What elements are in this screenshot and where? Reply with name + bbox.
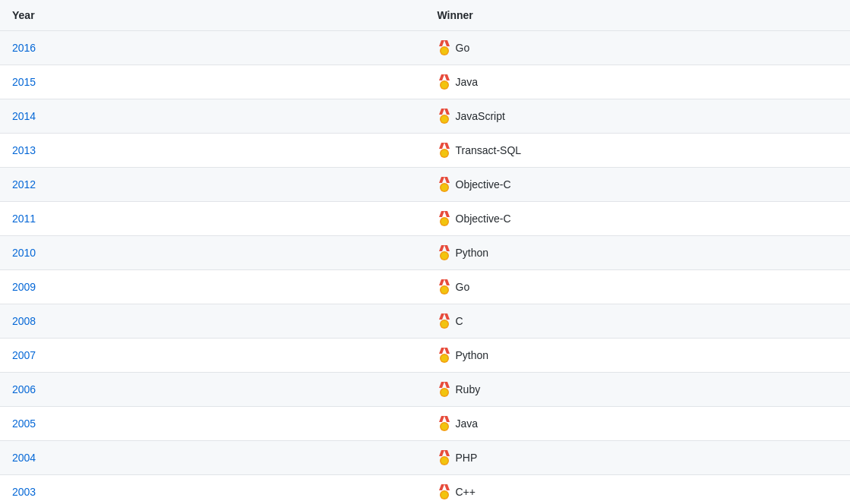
svg-point-27 — [441, 253, 447, 260]
medal-svg — [438, 245, 451, 260]
svg-marker-45 — [444, 416, 450, 422]
medal-icon — [438, 40, 451, 55]
medal-icon — [438, 74, 451, 90]
svg-marker-29 — [444, 279, 450, 285]
year-cell: 2014 — [0, 99, 425, 134]
year-cell: 2007 — [0, 339, 425, 373]
table-row: 2004 PHP — [0, 441, 850, 475]
year-cell: 2009 — [0, 270, 425, 304]
svg-point-3 — [441, 48, 447, 55]
table-header-row: Year Winner — [0, 0, 850, 31]
svg-marker-4 — [439, 74, 444, 80]
winner-cell: Java — [425, 407, 851, 441]
medal-svg — [438, 40, 451, 55]
winner-cell: Ruby — [425, 373, 851, 407]
svg-point-39 — [441, 355, 447, 362]
year-cell: 2010 — [0, 236, 425, 270]
svg-marker-0 — [439, 40, 444, 46]
svg-marker-25 — [444, 245, 450, 251]
svg-marker-12 — [439, 143, 444, 149]
year-cell: 2016 — [0, 31, 425, 65]
svg-point-23 — [441, 219, 447, 225]
year-cell: 2012 — [0, 168, 425, 202]
svg-marker-17 — [444, 177, 450, 183]
svg-point-47 — [441, 424, 447, 430]
winner-name: Ruby — [456, 383, 481, 395]
svg-marker-36 — [439, 348, 444, 354]
svg-point-43 — [441, 389, 447, 396]
table-row: 2007 Python — [0, 339, 850, 373]
svg-marker-28 — [439, 279, 444, 285]
svg-point-35 — [441, 321, 447, 328]
svg-marker-1 — [444, 40, 450, 46]
medal-svg — [438, 348, 451, 363]
svg-marker-9 — [444, 109, 450, 115]
winner-name: Java — [456, 76, 479, 88]
medal-svg — [438, 143, 451, 158]
medal-svg — [438, 177, 451, 192]
table-row: 2015 Java — [0, 65, 850, 99]
winner-name: Python — [456, 349, 489, 361]
svg-marker-8 — [439, 109, 444, 115]
winner-cell: Python — [425, 339, 851, 373]
svg-point-7 — [441, 82, 447, 89]
svg-marker-52 — [439, 484, 444, 490]
medal-icon — [438, 313, 451, 329]
winners-table: Year Winner 2016 Go2015 Java2014 — [0, 0, 850, 504]
winner-cell: C — [425, 304, 851, 339]
medal-icon — [438, 416, 451, 431]
winner-column-header: Winner — [425, 0, 851, 31]
table-row: 2014 JavaScript — [0, 99, 850, 134]
svg-marker-44 — [439, 416, 444, 422]
winner-cell: JavaScript — [425, 99, 851, 134]
medal-svg — [438, 416, 451, 431]
winner-cell: Java — [425, 65, 851, 99]
year-column-header: Year — [0, 0, 425, 31]
medal-svg — [438, 74, 451, 90]
svg-point-51 — [441, 458, 447, 465]
medal-svg — [438, 450, 451, 465]
table-row: 2005 Java — [0, 407, 850, 441]
winner-name: Go — [456, 281, 470, 293]
medal-icon — [438, 109, 451, 124]
svg-marker-24 — [439, 245, 444, 251]
medal-icon — [438, 143, 451, 158]
winner-name: Go — [456, 42, 470, 54]
table-row: 2016 Go — [0, 31, 850, 65]
winner-name: Java — [456, 417, 479, 430]
svg-point-55 — [441, 492, 447, 499]
svg-marker-41 — [444, 382, 450, 388]
year-cell: 2005 — [0, 407, 425, 441]
table-container: Year Winner 2016 Go2015 Java2014 — [0, 0, 850, 504]
winner-name: PHP — [456, 452, 478, 464]
svg-marker-13 — [444, 143, 450, 149]
medal-icon — [438, 450, 451, 465]
year-cell: 2011 — [0, 202, 425, 236]
svg-marker-21 — [444, 211, 450, 217]
medal-icon — [438, 382, 451, 397]
year-cell: 2015 — [0, 65, 425, 99]
winner-cell: Go — [425, 31, 851, 65]
winner-name: Transact-SQL — [456, 144, 522, 156]
winner-name: Python — [456, 247, 489, 259]
winner-cell: C++ — [425, 475, 851, 505]
year-cell: 2003 — [0, 475, 425, 505]
table-row: 2003 C++ — [0, 475, 850, 505]
medal-icon — [438, 348, 451, 363]
svg-point-11 — [441, 116, 447, 123]
table-row: 2006 Ruby — [0, 373, 850, 407]
svg-point-19 — [441, 184, 447, 191]
table-row: 2010 Python — [0, 236, 850, 270]
svg-marker-33 — [444, 313, 450, 320]
medal-icon — [438, 484, 451, 499]
medal-icon — [438, 279, 451, 295]
svg-marker-20 — [439, 211, 444, 217]
svg-marker-32 — [439, 313, 444, 320]
year-cell: 2008 — [0, 304, 425, 339]
svg-marker-5 — [444, 74, 450, 80]
table-row: 2013 Transact-SQL — [0, 134, 850, 168]
svg-marker-53 — [444, 484, 450, 490]
medal-svg — [438, 382, 451, 397]
year-cell: 2013 — [0, 134, 425, 168]
winner-cell: Objective-C — [425, 168, 851, 202]
